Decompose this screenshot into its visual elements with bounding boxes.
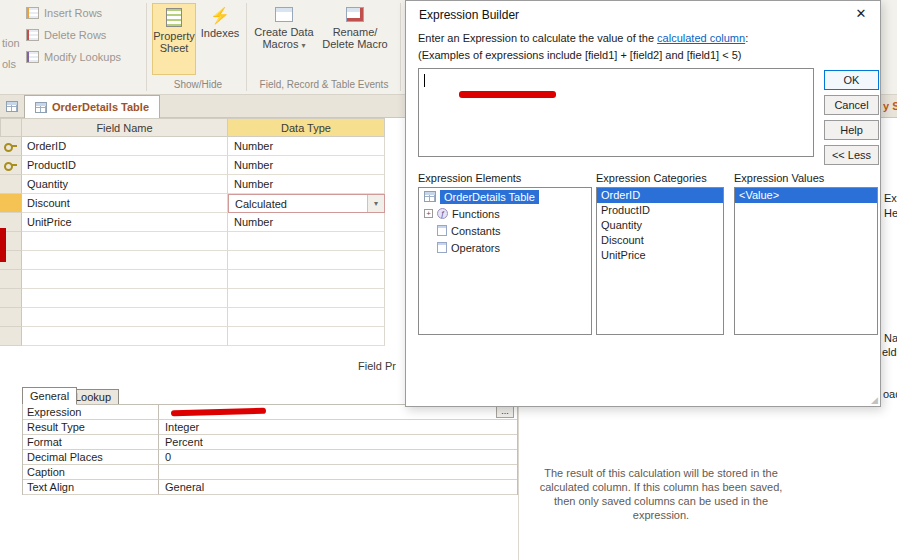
functions-icon: ƒ — [437, 208, 448, 219]
empty-row[interactable] — [0, 327, 385, 346]
group-label-events: Field, Record & Table Events — [248, 79, 400, 90]
category-item-orderid[interactable]: OrderID — [597, 188, 723, 203]
tab-orderdetails-table[interactable]: OrderDetails Table — [24, 95, 160, 118]
cancel-button[interactable]: Cancel — [824, 95, 879, 115]
property-row-decimal-places[interactable]: Decimal Places 0 — [23, 450, 517, 465]
right-pane-fragment: oad — [883, 388, 897, 400]
field-row-unitprice[interactable]: UnitPrice Number — [0, 213, 385, 232]
expand-plus-icon[interactable]: + — [424, 209, 433, 218]
indexes-button[interactable]: ⚡ Indexes — [198, 3, 242, 75]
ribbon-separator — [146, 3, 147, 91]
calculated-column-link[interactable]: calculated column — [657, 32, 745, 44]
empty-row[interactable] — [0, 308, 385, 327]
insert-rows-icon — [26, 7, 39, 19]
create-data-macros-button[interactable]: Create Data Macros ▾ — [252, 3, 316, 75]
property-sheet-icon — [166, 8, 182, 27]
category-item-discount[interactable]: Discount — [597, 233, 723, 248]
category-item-quantity[interactable]: Quantity — [597, 218, 723, 233]
right-pane-fragment: elds — [882, 346, 897, 358]
less-button[interactable]: << Less — [824, 145, 879, 165]
field-name-cell[interactable]: Discount — [22, 194, 228, 213]
dialog-title: Expression Builder — [419, 8, 519, 22]
table-icon — [35, 102, 47, 113]
field-row-quantity[interactable]: Quantity Number — [0, 175, 385, 194]
table-object-icon — [6, 101, 18, 112]
property-row-format[interactable]: Format Percent — [23, 435, 517, 450]
ribbon-fragment-left-bottom: ols — [2, 58, 16, 70]
empty-row[interactable] — [0, 270, 385, 289]
ok-button[interactable]: OK — [824, 70, 879, 90]
column-header-field-name[interactable]: Field Name — [21, 118, 228, 137]
tab-general[interactable]: General — [22, 387, 77, 405]
data-type-cell[interactable]: Number — [228, 156, 385, 175]
category-item-unitprice[interactable]: UnitPrice — [597, 248, 723, 263]
redaction-mark — [171, 408, 266, 416]
modify-lookups-button[interactable]: Modify Lookups — [26, 51, 121, 63]
group-label-show-hide: Show/Hide — [150, 79, 246, 90]
expression-values-list: <Value> — [734, 187, 878, 335]
property-row-result-type[interactable]: Result Type Integer — [23, 420, 517, 435]
field-row-productid[interactable]: ProductID Number — [0, 156, 385, 175]
right-pane-fragment: He — [884, 207, 897, 219]
expression-elements-label: Expression Elements — [418, 172, 521, 184]
ribbon-separator — [400, 3, 401, 91]
delete-rows-button[interactable]: Delete Rows — [26, 29, 106, 41]
data-type-cell[interactable]: Number — [228, 213, 385, 232]
category-item-productid[interactable]: ProductID — [597, 203, 723, 218]
expression-builder-dialog: Expression Builder ✕ Enter an Expression… — [405, 0, 881, 407]
column-header-data-type[interactable]: Data Type — [227, 118, 385, 137]
field-properties-label-fragment: Field Pr — [358, 360, 396, 372]
row-selector[interactable] — [0, 137, 22, 156]
rename-delete-macro-icon — [346, 7, 364, 22]
property-help-text: The result of this calculation will be s… — [528, 466, 794, 522]
field-name-cell[interactable]: UnitPrice — [22, 213, 228, 232]
field-name-cell[interactable]: OrderID — [22, 137, 228, 156]
insert-rows-button[interactable]: Insert Rows — [26, 7, 102, 19]
field-name-cell[interactable]: ProductID — [22, 156, 228, 175]
row-selector[interactable] — [0, 156, 22, 175]
operators-icon — [437, 242, 447, 253]
tree-item-orderdetails-table[interactable]: OrderDetails Table — [419, 188, 591, 205]
property-row-text-align[interactable]: Text Align General — [23, 480, 517, 495]
empty-row[interactable] — [0, 251, 385, 270]
rename-delete-macro-button[interactable]: Rename/ Delete Macro — [320, 3, 390, 75]
tree-item-operators[interactable]: Operators — [419, 239, 591, 256]
ribbon-fragment-left-top: tion — [2, 37, 20, 49]
expression-elements-tree: OrderDetails Table + ƒ Functions Constan… — [418, 187, 592, 335]
property-sheet-button[interactable]: Property Sheet — [152, 3, 196, 75]
expression-input[interactable] — [418, 68, 814, 157]
text-caret — [424, 74, 425, 87]
row-selector[interactable] — [0, 175, 22, 194]
data-type-cell[interactable]: Number — [228, 137, 385, 156]
expression-values-label: Expression Values — [734, 172, 824, 184]
current-row-selector[interactable] — [0, 194, 22, 213]
property-row-caption[interactable]: Caption — [23, 465, 517, 480]
tree-item-constants[interactable]: Constants — [419, 222, 591, 239]
create-data-macros-icon — [275, 7, 293, 22]
resize-grip-icon[interactable]: ◢ — [871, 395, 878, 405]
empty-row[interactable] — [0, 232, 385, 251]
data-type-cell-calculated[interactable]: Calculated ▾ — [228, 194, 385, 213]
field-row-orderid[interactable]: OrderID Number — [0, 137, 385, 156]
empty-row[interactable] — [0, 289, 385, 308]
redaction-mark-left — [0, 228, 6, 262]
redaction-mark — [459, 91, 556, 98]
expression-categories-label: Expression Categories — [596, 172, 707, 184]
right-pane-fragment: Na — [884, 332, 897, 344]
field-name-cell[interactable]: Quantity — [22, 175, 228, 194]
constants-icon — [437, 225, 447, 236]
tree-item-functions[interactable]: + ƒ Functions — [419, 205, 591, 222]
data-type-cell[interactable]: Number — [228, 175, 385, 194]
chevron-down-icon: ▾ — [374, 199, 378, 208]
data-type-dropdown-button[interactable]: ▾ — [367, 195, 384, 212]
expression-builder-button[interactable]: ... — [496, 406, 514, 418]
grid-corner-header — [0, 118, 22, 137]
indexes-lightning-icon: ⚡ — [210, 7, 230, 25]
expression-value-cell[interactable]: ... — [159, 405, 517, 420]
dropdown-arrow-icon: ▾ — [302, 41, 306, 50]
field-row-discount[interactable]: Discount Calculated ▾ — [0, 194, 385, 213]
help-button[interactable]: Help — [824, 120, 879, 140]
close-icon[interactable]: ✕ — [852, 6, 870, 24]
value-item[interactable]: <Value> — [735, 188, 877, 203]
property-row-expression[interactable]: Expression ... — [23, 405, 517, 420]
